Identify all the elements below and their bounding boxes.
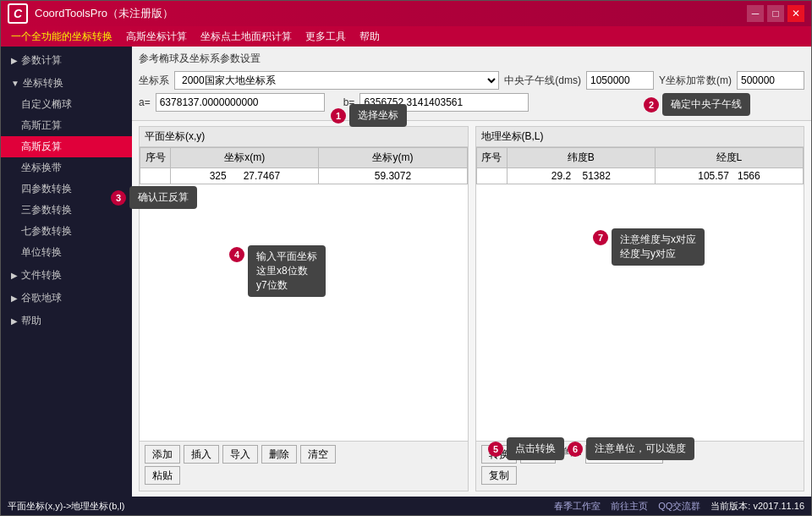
sidebar: ▶ 参数计算 ▼ 坐标转换 自定义椭球 高斯正算 高斯反算 坐标换带 四参数转换… — [1, 47, 132, 497]
tables-area: 平面坐标(x,y) 序号 坐标x(m) 坐标y(m) — [132, 121, 811, 497]
sidebar-group-file-label: 文件转换 — [21, 268, 62, 283]
close-button[interactable]: ✕ — [787, 5, 804, 22]
left-data-table: 序号 坐标x(m) 坐标y(m) — [140, 147, 468, 184]
clear-button[interactable]: 清空 — [300, 445, 336, 464]
right-col-seq: 序号 — [476, 148, 507, 168]
status-bar: 平面坐标(x,y)->地理坐标(b,l) 春季工作室 前往主页 QQ交流群 当前… — [1, 497, 811, 515]
copy-button[interactable]: 复制 — [481, 466, 517, 485]
coord-system-row: 坐标系 2000国家大地坐标系 中央子午线(dms) Y坐标加常数(m) — [139, 71, 804, 90]
y-offset-label: Y坐标加常数(m) — [659, 74, 732, 88]
minimize-button[interactable]: ─ — [747, 5, 764, 22]
coord-system-label: 坐标系 — [139, 74, 169, 88]
y-offset-input[interactable] — [737, 71, 804, 90]
left-col-y: 坐标y(m) — [319, 148, 467, 168]
app-logo: C — [8, 3, 28, 24]
main-content: ▶ 参数计算 ▼ 坐标转换 自定义椭球 高斯正算 高斯反算 坐标换带 四参数转换… — [1, 47, 811, 497]
sidebar-group-help-header[interactable]: ▶ 帮助 — [1, 310, 132, 332]
sidebar-group-google: ▶ 谷歌地球 — [1, 288, 132, 309]
left-table-buttons: 添加 插入 导入 删除 清空 粘贴 — [140, 441, 468, 491]
table-row — [476, 168, 804, 184]
add-button[interactable]: 添加 — [145, 445, 180, 464]
sidebar-item-custom-ellipsoid[interactable]: 自定义椭球 — [1, 94, 132, 115]
sidebar-item-gauss-reverse[interactable]: 高斯反算 — [1, 136, 132, 157]
left-input-y[interactable] — [322, 170, 463, 182]
sidebar-group-params-header[interactable]: ▶ 参数计算 — [1, 50, 132, 71]
right-col-b: 纬度B — [507, 148, 655, 168]
sidebar-item-three-param[interactable]: 三参数转换 — [1, 200, 132, 221]
title-bar: C CoordToolsPro（未注册版） ─ □ ✕ — [1, 1, 811, 26]
right-col-l: 经度L — [655, 148, 803, 168]
arrow-icon: ▶ — [11, 56, 18, 65]
coord-system-select[interactable]: 2000国家大地坐标系 — [174, 71, 499, 90]
meridian-input[interactable] — [586, 71, 654, 90]
sidebar-item-seven-param[interactable]: 七参数转换 — [1, 221, 132, 242]
sidebar-item-gauss-forward[interactable]: 高斯正算 — [1, 115, 132, 136]
left-cell-seq — [140, 168, 171, 184]
section-title: 参考椭球及坐标系参数设置 — [139, 52, 804, 66]
a-label: a= — [139, 96, 151, 108]
sidebar-group-file-header[interactable]: ▶ 文件转换 — [1, 265, 132, 286]
sidebar-group-help-label: 帮助 — [21, 314, 41, 328]
sidebar-group-google-header[interactable]: ▶ 谷歌地球 — [1, 288, 132, 309]
sidebar-group-coord-header[interactable]: ▼ 坐标转换 — [1, 73, 132, 94]
status-links: 春季工作室 前往主页 QQ交流群 当前版本: v2017.11.16 — [554, 500, 804, 513]
right-cell-l[interactable] — [655, 168, 803, 184]
left-col-x: 坐标x(m) — [171, 148, 319, 168]
status-version: 当前版本: v2017.11.16 — [710, 500, 804, 513]
left-btn-row-2: 粘贴 — [145, 466, 463, 485]
b-input[interactable] — [359, 93, 529, 112]
table-row — [140, 168, 468, 184]
meridian-label: 中央子午线(dms) — [504, 74, 581, 88]
left-cell-x[interactable] — [171, 168, 319, 184]
right-input-l[interactable] — [659, 170, 799, 182]
menu-item-1[interactable]: 高斯坐标计算 — [119, 28, 194, 46]
menu-item-3[interactable]: 更多工具 — [299, 28, 353, 46]
insert-button[interactable]: 插入 — [184, 445, 219, 464]
right-btn-row-1: 转换 导出 单位: DDD.MMSS 度 弧度 — [481, 445, 799, 464]
a-input[interactable] — [156, 93, 325, 112]
sidebar-item-four-param[interactable]: 四参数转换 — [1, 178, 132, 200]
arrow-icon-3: ▶ — [11, 294, 18, 303]
sidebar-item-coord-band[interactable]: 坐标换带 — [1, 157, 132, 178]
menu-item-0[interactable]: 一个全功能的坐标转换 — [4, 28, 119, 46]
right-table-title: 地理坐标(B,L) — [476, 127, 804, 147]
right-table-panel: 地理坐标(B,L) 序号 纬度B 经度L — [475, 126, 805, 491]
status-link-2[interactable]: QQ交流群 — [658, 500, 700, 513]
app-title: CoordToolsPro（未注册版） — [35, 6, 747, 21]
right-btn-row-2: 复制 — [481, 466, 799, 485]
import-button[interactable]: 导入 — [222, 445, 258, 464]
status-link-1[interactable]: 前往主页 — [611, 500, 648, 513]
sidebar-group-coord: ▼ 坐标转换 自定义椭球 高斯正算 高斯反算 坐标换带 四参数转换 三参数转换 … — [1, 73, 132, 263]
sidebar-item-unit-convert[interactable]: 单位转换 — [1, 242, 132, 263]
right-input-b[interactable] — [511, 170, 651, 182]
right-data-table: 序号 纬度B 经度L — [476, 147, 804, 184]
left-table-panel: 平面坐标(x,y) 序号 坐标x(m) 坐标y(m) — [139, 126, 469, 491]
ellipsoid-row: a= b= — [139, 93, 804, 112]
left-input-x[interactable] — [174, 170, 315, 182]
maximize-button[interactable]: □ — [767, 5, 784, 22]
menu-item-4[interactable]: 帮助 — [353, 28, 387, 46]
unit-select[interactable]: DDD.MMSS 度 弧度 — [585, 445, 663, 464]
status-left-text: 平面坐标(x,y)->地理坐标(b,l) — [8, 500, 124, 513]
paste-button[interactable]: 粘贴 — [145, 466, 180, 485]
left-cell-y[interactable] — [319, 168, 467, 184]
arrow-icon-2: ▶ — [11, 271, 18, 280]
right-cell-b[interactable] — [507, 168, 655, 184]
right-cell-seq — [476, 168, 507, 184]
left-table-title: 平面坐标(x,y) — [140, 127, 468, 147]
status-link-0[interactable]: 春季工作室 — [554, 500, 601, 513]
b-label: b= — [343, 96, 355, 108]
menu-item-2[interactable]: 坐标点土地面积计算 — [194, 28, 299, 46]
menu-bar: 一个全功能的坐标转换 高斯坐标计算 坐标点土地面积计算 更多工具 帮助 — [1, 26, 811, 47]
sidebar-group-coord-label: 坐标转换 — [23, 76, 63, 91]
sidebar-group-file: ▶ 文件转换 — [1, 265, 132, 286]
unit-label: 单位: — [559, 445, 582, 464]
left-col-seq: 序号 — [140, 148, 171, 168]
right-panel: 参考椭球及坐标系参数设置 坐标系 2000国家大地坐标系 中央子午线(dms) … — [132, 47, 811, 497]
left-btn-row-1: 添加 插入 导入 删除 清空 — [145, 445, 463, 464]
sidebar-group-params-label: 参数计算 — [21, 53, 62, 68]
export-button[interactable]: 导出 — [520, 445, 556, 464]
delete-button[interactable]: 删除 — [261, 445, 297, 464]
convert-button[interactable]: 转换 — [481, 445, 517, 464]
sidebar-group-help: ▶ 帮助 — [1, 310, 132, 332]
